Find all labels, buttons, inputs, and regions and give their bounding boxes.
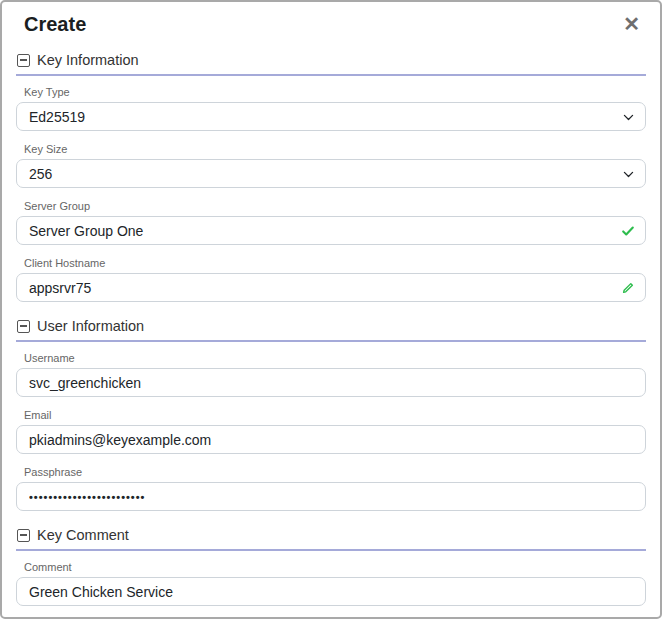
comment-input[interactable] <box>16 577 646 606</box>
client-hostname-label: Client Hostname <box>24 257 646 269</box>
passphrase-label: Passphrase <box>24 466 646 478</box>
section-divider <box>16 340 646 342</box>
collapse-minus-icon <box>17 320 30 333</box>
field-key-size: Key Size <box>16 143 646 188</box>
comment-label: Comment <box>24 561 646 573</box>
key-type-label: Key Type <box>24 86 646 98</box>
field-username: Username <box>16 352 646 397</box>
section-divider <box>16 549 646 551</box>
section-header-key-information[interactable]: Key Information <box>16 52 646 68</box>
close-icon[interactable]: ✕ <box>619 12 644 36</box>
field-key-type: Key Type <box>16 86 646 131</box>
field-email: Email <box>16 409 646 454</box>
dialog-header: Create ✕ <box>16 10 646 36</box>
section-title: User Information <box>37 318 144 334</box>
client-hostname-input[interactable] <box>16 273 646 302</box>
username-input[interactable] <box>16 368 646 397</box>
section-title: Key Comment <box>37 527 129 543</box>
key-type-select[interactable] <box>16 102 646 131</box>
field-comment: Comment <box>16 561 646 606</box>
page-title: Create <box>24 12 86 36</box>
field-passphrase: Passphrase <box>16 466 646 511</box>
email-field[interactable] <box>16 425 646 454</box>
key-size-label: Key Size <box>24 143 646 155</box>
passphrase-input[interactable] <box>16 482 646 511</box>
key-size-select[interactable] <box>16 159 646 188</box>
section-header-key-comment[interactable]: Key Comment <box>16 527 646 543</box>
email-label: Email <box>24 409 646 421</box>
field-server-group: Server Group <box>16 200 646 245</box>
section-divider <box>16 74 646 76</box>
collapse-minus-icon <box>17 529 30 542</box>
collapse-minus-icon <box>17 54 30 67</box>
username-label: Username <box>24 352 646 364</box>
section-header-user-information[interactable]: User Information <box>16 318 646 334</box>
section-title: Key Information <box>37 52 139 68</box>
server-group-label: Server Group <box>24 200 646 212</box>
server-group-input[interactable] <box>16 216 646 245</box>
field-client-hostname: Client Hostname <box>16 257 646 302</box>
create-dialog: Create ✕ Key Information Key Type Key Si… <box>0 0 662 619</box>
